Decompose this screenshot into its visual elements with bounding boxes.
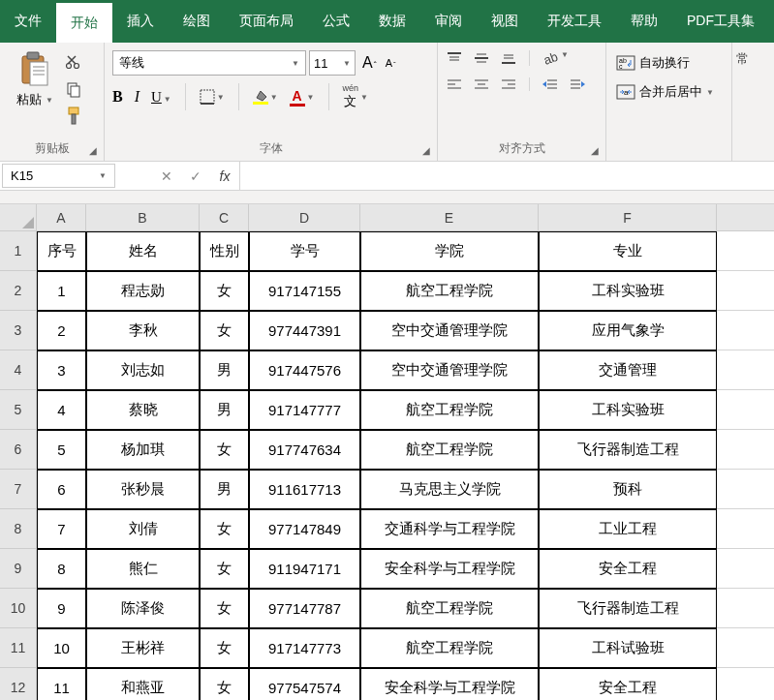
row-header[interactable]: 9 [0, 549, 37, 589]
spreadsheet-grid[interactable]: ABCDEF 123456789101112 序号姓名性别学号学院专业1程志勋女… [0, 204, 774, 700]
grow-font-button[interactable]: Aˆ [362, 54, 377, 72]
decrease-indent-button[interactable] [542, 77, 559, 91]
cell[interactable] [717, 628, 774, 668]
cell[interactable]: 917147777 [249, 390, 360, 430]
cell[interactable]: 安全科学与工程学院 [360, 549, 539, 589]
font-color-button[interactable]: A▼ [290, 88, 315, 107]
cell[interactable]: 工科试验班 [539, 628, 717, 668]
cell[interactable] [717, 311, 774, 350]
ribbon-tab-0[interactable]: 文件 [0, 0, 56, 43]
cell[interactable]: 空中交通管理学院 [360, 350, 539, 390]
merge-center-button[interactable]: a 合并后居中 ▼ [612, 77, 714, 107]
font-launcher-icon[interactable]: ◢ [419, 143, 433, 157]
name-box[interactable]: K15▼ [2, 164, 115, 188]
cell[interactable]: 安全科学与工程学院 [360, 668, 539, 700]
cell[interactable]: 917147155 [249, 271, 360, 311]
paste-label[interactable]: 粘贴▼ [16, 91, 53, 108]
col-header[interactable]: D [249, 204, 360, 231]
ribbon-tab-1[interactable]: 开始 [56, 0, 112, 43]
cell[interactable]: 4 [37, 390, 86, 430]
cell[interactable]: 911947171 [249, 549, 360, 589]
cell[interactable]: 姓名 [86, 231, 200, 271]
row-header[interactable]: 6 [0, 430, 37, 470]
cell[interactable]: 杨加琪 [86, 430, 200, 470]
cell[interactable]: 女 [200, 549, 249, 589]
cell[interactable]: 女 [200, 628, 249, 668]
bold-button[interactable]: B [112, 88, 123, 106]
copy-icon[interactable] [64, 79, 83, 99]
col-header[interactable] [717, 204, 774, 231]
cell[interactable]: 10 [37, 628, 86, 668]
cell[interactable]: 女 [200, 271, 249, 311]
cell[interactable]: 917147773 [249, 628, 360, 668]
cell[interactable]: 李秋 [86, 311, 200, 350]
cell[interactable]: 1 [37, 271, 86, 311]
wrap-text-button[interactable]: abc 自动换行 [612, 48, 690, 77]
cell[interactable]: 航空工程学院 [360, 589, 539, 628]
align-left-button[interactable] [446, 77, 463, 91]
cell[interactable]: 男 [200, 350, 249, 390]
cell[interactable] [717, 231, 774, 271]
cell[interactable]: 应用气象学 [539, 311, 717, 350]
col-header[interactable]: C [200, 204, 249, 231]
cell[interactable]: 女 [200, 668, 249, 700]
cell[interactable]: 11 [37, 668, 86, 700]
cell[interactable]: 安全工程 [539, 668, 717, 700]
cell[interactable]: 917747634 [249, 430, 360, 470]
ribbon-tab-3[interactable]: 绘图 [169, 0, 225, 43]
cell[interactable]: 911617713 [249, 470, 360, 509]
cell[interactable]: 陈泽俊 [86, 589, 200, 628]
ribbon-tab-4[interactable]: 页面布局 [225, 0, 308, 43]
cell[interactable]: 航空工程学院 [360, 390, 539, 430]
cell[interactable]: 学院 [360, 231, 539, 271]
cell[interactable]: 9 [37, 589, 86, 628]
cell[interactable]: 王彬祥 [86, 628, 200, 668]
underline-button[interactable]: U▼ [151, 89, 171, 106]
cell[interactable]: 工业工程 [539, 509, 717, 549]
cell[interactable] [717, 549, 774, 589]
enter-formula-icon[interactable]: ✓ [181, 168, 210, 184]
cell[interactable]: 和燕亚 [86, 668, 200, 700]
align-right-button[interactable] [500, 77, 517, 91]
cell[interactable]: 熊仁 [86, 549, 200, 589]
cell[interactable] [717, 509, 774, 549]
phonetic-button[interactable]: wén文▼ [343, 83, 368, 110]
ribbon-tab-8[interactable]: 视图 [477, 0, 533, 43]
shrink-font-button[interactable]: Aˇ [386, 57, 396, 69]
cell[interactable]: 序号 [37, 231, 86, 271]
orientation-button[interactable]: ab▼ [542, 50, 569, 66]
col-header[interactable]: E [360, 204, 539, 231]
cell[interactable]: 刘倩 [86, 509, 200, 549]
cell[interactable]: 性别 [200, 231, 249, 271]
col-header[interactable]: B [86, 204, 200, 231]
cell[interactable] [717, 350, 774, 390]
cell[interactable]: 航空工程学院 [360, 271, 539, 311]
cell[interactable]: 977147787 [249, 589, 360, 628]
ribbon-tab-7[interactable]: 审阅 [420, 0, 477, 43]
row-header[interactable]: 11 [0, 628, 37, 668]
cell[interactable]: 马克思主义学院 [360, 470, 539, 509]
align-middle-button[interactable] [473, 50, 490, 66]
col-header[interactable]: F [539, 204, 717, 231]
cell[interactable]: 女 [200, 430, 249, 470]
cell[interactable]: 977447391 [249, 311, 360, 350]
align-launcher-icon[interactable]: ◢ [588, 143, 602, 157]
paste-button[interactable] [14, 48, 56, 91]
cell[interactable]: 男 [200, 470, 249, 509]
cell[interactable]: 安全工程 [539, 549, 717, 589]
cell[interactable]: 977147849 [249, 509, 360, 549]
ribbon-tab-2[interactable]: 插入 [112, 0, 169, 43]
cell[interactable] [717, 271, 774, 311]
border-button[interactable]: ▼ [200, 89, 225, 105]
cell[interactable] [717, 470, 774, 509]
row-header[interactable]: 5 [0, 390, 37, 430]
italic-button[interactable]: I [135, 88, 139, 106]
cell[interactable]: 蔡晓 [86, 390, 200, 430]
row-header[interactable]: 2 [0, 271, 37, 311]
select-all-corner[interactable] [0, 204, 37, 231]
cell[interactable]: 空中交通管理学院 [360, 311, 539, 350]
cell[interactable]: 3 [37, 350, 86, 390]
format-painter-icon[interactable] [64, 107, 83, 126]
cell[interactable]: 977547574 [249, 668, 360, 700]
cell[interactable]: 航空工程学院 [360, 430, 539, 470]
